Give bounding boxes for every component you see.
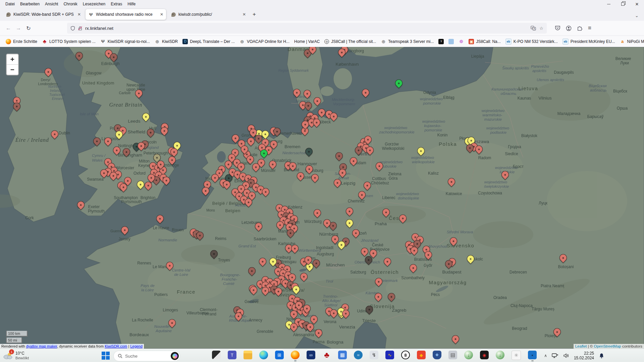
receiver-marker-r[interactable] [373, 276, 384, 287]
extensions-puzzle-icon[interactable] [577, 25, 583, 31]
receiver-marker-r[interactable] [167, 155, 177, 165]
receiver-marker-k[interactable] [209, 248, 219, 259]
receiver-marker-t[interactable] [304, 146, 314, 157]
receiver-marker-r[interactable] [446, 176, 457, 187]
bookmark-13[interactable]: ebK-PO NM 532 Verstärk... [503, 37, 560, 46]
taskbar-app-teams[interactable]: T [228, 351, 236, 359]
bookmark-star-icon[interactable]: ☆ [539, 26, 543, 31]
taskbar-app-putty[interactable]: ↯ [370, 351, 378, 359]
taskbar-app-store[interactable]: ⊞ [275, 351, 284, 359]
taskbar-weather-widget[interactable]: 1 10°CBewölkt [3, 350, 29, 362]
receiver-marker-r[interactable] [448, 236, 459, 246]
menu-datei[interactable]: Datei [3, 1, 17, 7]
forward-button[interactable]: → [13, 25, 23, 31]
receiver-marker-r[interactable] [164, 260, 175, 270]
taskbar-app-cable[interactable]: ∿ [385, 351, 394, 359]
tray-chevron-up-icon[interactable]: ∧ [544, 353, 547, 358]
menu-lesezeichen[interactable]: Lesezeichen [80, 1, 108, 7]
receiver-marker-d[interactable] [386, 291, 396, 302]
notifications-bell-icon[interactable] [599, 353, 604, 359]
tab-close-icon[interactable]: ✕ [240, 12, 246, 17]
start-button[interactable] [102, 352, 110, 360]
bookmark-8[interactable]: ⊕Teamspeak 3 Server mi... [378, 38, 436, 46]
bookmark-3[interactable]: ⊕KiwiSDR [152, 38, 180, 46]
insecure-lock-icon[interactable] [78, 26, 83, 31]
taskbar-app-orb[interactable]: ↓ [464, 351, 473, 359]
taskbar-app-explorer[interactable] [244, 351, 252, 359]
receiver-marker-r[interactable] [289, 243, 300, 253]
receiver-marker-r[interactable] [450, 334, 461, 344]
receiver-marker-r[interactable] [373, 291, 383, 302]
receiver-marker-r[interactable] [103, 136, 113, 146]
receiver-marker-r[interactable] [558, 252, 568, 263]
receiver-marker-r[interactable] [304, 164, 314, 174]
bookmark-2[interactable]: ΨKiwiSDR signal-to-noi... [98, 38, 152, 46]
tracking-shield-icon[interactable] [70, 26, 75, 31]
receiver-marker-k[interactable] [364, 304, 374, 314]
receiver-marker-y[interactable] [141, 111, 151, 122]
menu-ansicht[interactable]: Ansicht [42, 1, 61, 7]
bookmark-9[interactable]: T [436, 38, 446, 46]
bookmark-1[interactable]: ♣LOTTO System spielen ... [40, 38, 98, 46]
taskbar-app-firefox[interactable] [291, 351, 300, 359]
bookmark-7[interactable]: ◎JS8Call | The official sit... [322, 38, 378, 45]
taskbar-app-recorder[interactable]: ◉ [480, 351, 489, 359]
receiver-marker-r[interactable] [253, 221, 264, 231]
receiver-marker-r[interactable] [374, 161, 384, 171]
receiver-marker-r[interactable] [312, 96, 322, 106]
bookmark-0[interactable]: Erste Schritte [3, 38, 40, 46]
taskbar-app-js8[interactable]: 8 [401, 351, 410, 359]
receiver-marker-r[interactable] [155, 213, 165, 224]
close-button[interactable]: ✕ [630, 0, 644, 8]
legend-link[interactable]: Legend [130, 344, 143, 348]
taskbar-app-blueactive[interactable]: ▪ [528, 351, 537, 359]
bookmark-6[interactable]: Home | VarAC [292, 38, 322, 45]
list-tabs-chevron-icon[interactable]: ⌄ [635, 13, 642, 18]
receiver-marker-r[interactable] [310, 172, 320, 183]
tab-close-icon[interactable]: ✕ [75, 12, 81, 17]
receiver-marker-r[interactable] [133, 88, 144, 98]
receiver-marker-r[interactable] [43, 66, 53, 77]
account-icon[interactable] [566, 25, 572, 31]
receiver-marker-r[interactable] [167, 317, 177, 328]
taskbar-app-wsjtx[interactable]: ∞ [307, 351, 315, 359]
receiver-marker-r[interactable] [360, 87, 371, 98]
zoom-out-button[interactable]: − [7, 65, 18, 75]
new-tab-button[interactable]: + [250, 10, 259, 19]
receiver-marker-r[interactable] [295, 171, 306, 181]
tab-close-icon[interactable]: ✕ [158, 12, 163, 17]
url-bar[interactable]: rx.linkfanel.net xA ☆ [67, 23, 547, 34]
receiver-marker-r[interactable] [397, 213, 408, 223]
receiver-marker-d[interactable] [334, 150, 344, 161]
menu-chronik[interactable]: Chronik [61, 1, 80, 7]
taskbar-search-box[interactable]: Suche [113, 351, 180, 361]
bookmark-12[interactable]: ▣JS8Call: Na... [466, 38, 503, 46]
receiver-marker-r[interactable] [119, 225, 130, 235]
receiver-marker-r[interactable] [267, 159, 278, 169]
tab-0[interactable]: KiwiSDR: Wide-band SDR + GPS✕ [3, 9, 84, 20]
receiver-marker-r[interactable] [552, 326, 562, 337]
taskbar-app-openoffice[interactable]: ≈ [354, 351, 363, 359]
menu-hilfe[interactable]: Hilfe [125, 1, 138, 7]
pocket-icon[interactable] [555, 25, 560, 31]
minimize-button[interactable] [602, 0, 616, 8]
receiver-marker-r[interactable] [257, 256, 268, 266]
receiver-marker-d[interactable] [92, 136, 102, 146]
receiver-marker-r[interactable] [49, 129, 60, 139]
receiver-marker-y[interactable] [416, 145, 426, 156]
reload-button[interactable]: ↻ [23, 25, 34, 32]
receiver-marker-r[interactable] [382, 256, 392, 266]
tab-1[interactable]: ΨWideband shortwave radio rece✕ [86, 9, 166, 20]
url-text[interactable]: rx.linkfanel.net [85, 26, 527, 31]
receiver-marker-d[interactable] [11, 101, 22, 111]
receiver-marker-r[interactable] [357, 189, 367, 200]
receiver-marker-y[interactable] [344, 218, 355, 228]
receiver-marker-r[interactable] [500, 169, 510, 180]
bookmark-11[interactable]: ❁ [456, 38, 466, 46]
receiver-marker-r[interactable] [75, 199, 86, 210]
receiver-marker-r[interactable] [313, 327, 324, 338]
copilot-icon[interactable] [171, 352, 179, 360]
receiver-marker-d[interactable] [74, 50, 84, 61]
receiver-marker-r[interactable] [111, 145, 122, 155]
receiver-marker-y[interactable] [465, 253, 476, 264]
